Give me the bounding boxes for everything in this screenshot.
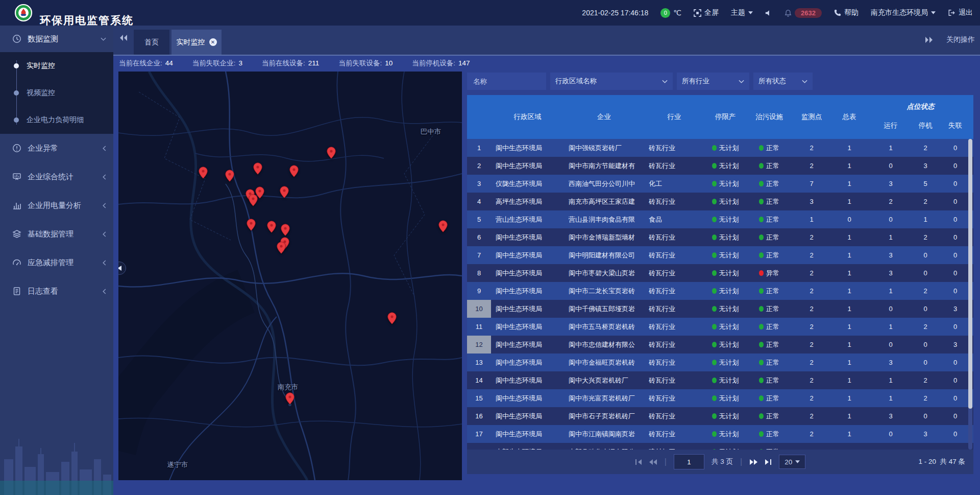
map-panel[interactable]: 巴中市 南充市 遂宁市 bbox=[118, 72, 462, 480]
sidebar-item-log-view[interactable]: 日志查看 bbox=[0, 277, 113, 305]
sidebar-item-emergency-reduction[interactable]: 应急减排管理 bbox=[0, 248, 113, 277]
map-pin-icon[interactable] bbox=[253, 162, 262, 175]
search-input[interactable] bbox=[472, 77, 541, 86]
table-row[interactable]: 12 阆中生态环境局 阆中市忠信建材有限公 砖瓦行业 无计划 正常 2 1 0 bbox=[467, 336, 973, 353]
map-pin-icon[interactable] bbox=[327, 147, 336, 159]
cell-points: 2 bbox=[792, 371, 831, 389]
name-filter-input[interactable] bbox=[467, 73, 546, 90]
stats-board-icon bbox=[12, 172, 21, 181]
fullscreen-button[interactable]: 全屏 bbox=[694, 8, 719, 17]
map-pin-icon[interactable] bbox=[387, 312, 397, 324]
next-page-icon[interactable] bbox=[749, 459, 757, 465]
map-pin-icon[interactable] bbox=[225, 170, 234, 182]
help-button[interactable]: 帮助 bbox=[834, 8, 859, 17]
cell-points: 7 bbox=[792, 175, 831, 193]
chevron-down-icon bbox=[101, 37, 106, 41]
map-pin-icon[interactable] bbox=[438, 220, 448, 232]
table-row[interactable]: 13 阆中生态环境局 阆中市金福旺页岩机砖 砖瓦行业 无计划 正常 2 1 3 bbox=[467, 353, 973, 371]
cell-run: 3 bbox=[868, 175, 914, 193]
facility-status-text: 正常 bbox=[766, 376, 779, 385]
cell-industry: 砖瓦行业 bbox=[644, 264, 704, 282]
table-row[interactable]: 15 阆中生态环境局 阆中市光富页岩机砖厂 砖瓦行业 无计划 正常 2 1 1 bbox=[467, 389, 973, 407]
region-filter-select[interactable]: 行政区域名称 bbox=[550, 73, 673, 90]
map-pin-icon[interactable] bbox=[199, 167, 208, 179]
tabs-scroll-right-icon[interactable] bbox=[925, 36, 933, 43]
sound-button[interactable] bbox=[765, 10, 772, 16]
app-root: 环保用电监管系统 2021-02-25 17:46:18 0 ℃ 全屏 主题 bbox=[0, 0, 980, 495]
tab-home[interactable]: 首页 bbox=[134, 30, 169, 55]
status-filter-select[interactable]: 所有状态 bbox=[753, 73, 813, 90]
pager-divider: | bbox=[665, 457, 667, 466]
table-row[interactable]: 5 营山生态环境局 营山县润丰肉食品有限 食品 无计划 正常 1 0 0 bbox=[467, 210, 973, 228]
plan-status-dot-icon bbox=[712, 324, 717, 329]
cell-points: 2 bbox=[792, 300, 831, 318]
map-pin-icon[interactable] bbox=[281, 224, 290, 236]
table-row[interactable]: 7 阆中生态环境局 阆中明阳建材有限公司 砖瓦行业 无计划 正常 2 1 3 bbox=[467, 246, 973, 264]
notifications[interactable]: 2632 bbox=[785, 8, 822, 18]
sidebar-item-power-analysis[interactable]: 企业用电量分析 bbox=[0, 191, 113, 220]
logout-button[interactable]: 退出 bbox=[948, 8, 973, 17]
cell-plan-status: 无计划 bbox=[704, 353, 746, 371]
map-pin-icon[interactable] bbox=[247, 219, 256, 231]
map-pin-icon[interactable] bbox=[280, 186, 289, 198]
facility-status-dot-icon bbox=[759, 234, 764, 240]
table-row[interactable]: 10 阆中生态环境局 阆中千佛镇五郎垭页岩 砖瓦行业 无计划 正常 2 1 0 bbox=[467, 300, 973, 318]
sidebar-item-video-monitoring[interactable]: 视频监控 bbox=[0, 79, 113, 106]
sidebar-item-realtime-monitoring[interactable]: 实时监控 bbox=[0, 52, 113, 79]
tab-close-icon[interactable]: ✕ bbox=[209, 38, 217, 46]
last-page-icon[interactable] bbox=[765, 459, 772, 465]
close-operations-button[interactable]: 关闭操作 bbox=[946, 35, 975, 44]
facility-status-dot-icon bbox=[759, 360, 764, 365]
plan-status-text: 无计划 bbox=[719, 376, 739, 385]
cell-company: 阆中市忠信建材有限公 bbox=[564, 336, 644, 353]
table-row[interactable]: 2 阆中生态环境局 阆中市南方节能建材有 砖瓦行业 无计划 正常 2 1 0 bbox=[467, 157, 973, 175]
map-pin-icon[interactable] bbox=[249, 194, 258, 206]
tab-realtime-monitoring[interactable]: 实时监控 ✕ bbox=[172, 30, 222, 55]
facility-status-text: 正常 bbox=[766, 394, 779, 403]
cell-meter: 1 bbox=[831, 407, 868, 425]
cell-industry: 化工 bbox=[644, 175, 704, 193]
table-row[interactable]: 4 高坪生态环境局 南充市高坪区王家店建 砖瓦行业 无计划 正常 3 1 2 bbox=[467, 193, 973, 210]
page-number-input[interactable] bbox=[674, 454, 704, 469]
plan-status-text: 无计划 bbox=[719, 233, 739, 242]
first-page-icon[interactable] bbox=[635, 459, 642, 465]
sidebar-item-enterprise-abnormal[interactable]: 企业异常 bbox=[0, 134, 113, 162]
map-pin-icon[interactable] bbox=[267, 221, 276, 233]
sidebar-item-power-load-detail[interactable]: 企业电力负荷明细 bbox=[0, 106, 113, 133]
table-row[interactable]: 9 阆中生态环境局 阆中市二龙长宝页岩砖 砖瓦行业 无计划 正常 2 1 1 bbox=[467, 282, 973, 300]
table-row[interactable]: 14 阆中生态环境局 阆中大兴页岩机砖厂 砖瓦行业 无计划 正常 2 1 1 bbox=[467, 371, 973, 389]
tabs-scroll-left-icon[interactable] bbox=[119, 34, 128, 41]
timeline-dot-icon bbox=[14, 90, 19, 96]
table-row[interactable]: 1 阆中生态环境局 阆中强锐页岩砖厂 砖瓦行业 无计划 正常 2 1 1 bbox=[467, 139, 973, 157]
cell-plan-status: 无计划 bbox=[704, 175, 746, 193]
map-city-label: 遂宁市 bbox=[167, 460, 188, 469]
sidebar-item-base-data[interactable]: 基础数据管理 bbox=[0, 220, 113, 248]
map-pin-icon[interactable] bbox=[285, 392, 295, 405]
sidebar-item-enterprise-statistics[interactable]: 企业综合统计 bbox=[0, 162, 113, 191]
facility-status-dot-icon bbox=[759, 288, 764, 294]
map-pin-icon[interactable] bbox=[289, 165, 299, 177]
map-pin-icon[interactable] bbox=[277, 242, 286, 254]
plan-status-text: 无计划 bbox=[719, 412, 739, 421]
industry-filter-select[interactable]: 所有行业 bbox=[677, 73, 749, 90]
table-scrollbar-thumb[interactable] bbox=[968, 139, 972, 409]
table-row[interactable]: 17 阆中生态环境局 阆中市江南镇阆南页岩 砖瓦行业 无计划 正常 2 1 0 bbox=[467, 425, 973, 443]
cell-company: 阆中市南方节能建材有 bbox=[564, 157, 644, 175]
table-row[interactable]: 11 阆中生态环境局 阆中市五马桥页岩机砖 砖瓦行业 无计划 正常 2 1 1 bbox=[467, 318, 973, 336]
cell-meter: 0 bbox=[831, 210, 868, 228]
cell-points: 1 bbox=[792, 210, 831, 228]
org-menu[interactable]: 南充市生态环境局 bbox=[871, 8, 936, 17]
status-item-value: 10 bbox=[385, 59, 393, 67]
facility-status-text: 正常 bbox=[766, 197, 779, 206]
sidebar-group-data-monitoring[interactable]: 数据监测 bbox=[0, 26, 113, 52]
table-row[interactable]: 16 阆中生态环境局 阆中市石子页岩机砖厂 砖瓦行业 无计划 正常 2 1 3 bbox=[467, 407, 973, 425]
table-row[interactable]: 6 阆中生态环境局 阆中市金博瑞新型墙材 砖瓦行业 无计划 正常 2 1 1 bbox=[467, 228, 973, 246]
table-header: 行政区域 企业 行业 停限产 治污设施 监测点 总表 点位状态 运行 停机 失联 bbox=[467, 95, 973, 139]
cell-region: 阆中生态环境局 bbox=[491, 425, 564, 443]
table-row[interactable]: 8 阆中生态环境局 阆中市枣碧大梁山页岩 砖瓦行业 无计划 异常 2 1 3 bbox=[467, 264, 973, 282]
table-row[interactable]: 3 仪陇生态环境局 西南油气田分公司川中 化工 无计划 正常 7 1 3 bbox=[467, 175, 973, 193]
page-size-select[interactable]: 20 bbox=[779, 455, 805, 469]
prev-page-icon[interactable] bbox=[649, 459, 657, 465]
cell-region: 阆中生态环境局 bbox=[491, 139, 564, 157]
theme-menu[interactable]: 主题 bbox=[731, 8, 753, 17]
